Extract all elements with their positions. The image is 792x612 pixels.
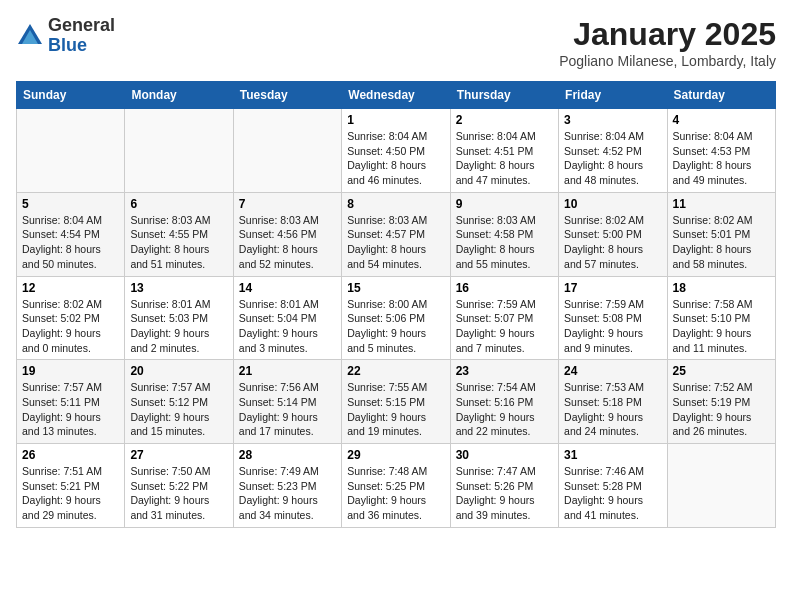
day-info: Sunrise: 7:53 AM Sunset: 5:18 PM Dayligh… <box>564 380 661 439</box>
day-number: 29 <box>347 448 444 462</box>
day-number: 14 <box>239 281 336 295</box>
day-number: 1 <box>347 113 444 127</box>
day-number: 15 <box>347 281 444 295</box>
day-number: 25 <box>673 364 770 378</box>
calendar-cell: 16Sunrise: 7:59 AM Sunset: 5:07 PM Dayli… <box>450 276 558 360</box>
calendar-cell: 18Sunrise: 7:58 AM Sunset: 5:10 PM Dayli… <box>667 276 775 360</box>
logo: General Blue <box>16 16 115 56</box>
day-info: Sunrise: 7:55 AM Sunset: 5:15 PM Dayligh… <box>347 380 444 439</box>
day-number: 23 <box>456 364 553 378</box>
day-number: 4 <box>673 113 770 127</box>
weekday-sunday: Sunday <box>17 82 125 109</box>
weekday-thursday: Thursday <box>450 82 558 109</box>
calendar-cell: 1Sunrise: 8:04 AM Sunset: 4:50 PM Daylig… <box>342 109 450 193</box>
calendar-cell: 24Sunrise: 7:53 AM Sunset: 5:18 PM Dayli… <box>559 360 667 444</box>
weekday-tuesday: Tuesday <box>233 82 341 109</box>
day-info: Sunrise: 8:04 AM Sunset: 4:54 PM Dayligh… <box>22 213 119 272</box>
calendar: SundayMondayTuesdayWednesdayThursdayFrid… <box>16 81 776 528</box>
day-info: Sunrise: 8:03 AM Sunset: 4:56 PM Dayligh… <box>239 213 336 272</box>
weekday-monday: Monday <box>125 82 233 109</box>
calendar-cell: 31Sunrise: 7:46 AM Sunset: 5:28 PM Dayli… <box>559 444 667 528</box>
day-info: Sunrise: 8:04 AM Sunset: 4:53 PM Dayligh… <box>673 129 770 188</box>
title-block: January 2025 Pogliano Milanese, Lombardy… <box>559 16 776 69</box>
calendar-cell: 19Sunrise: 7:57 AM Sunset: 5:11 PM Dayli… <box>17 360 125 444</box>
day-info: Sunrise: 8:01 AM Sunset: 5:04 PM Dayligh… <box>239 297 336 356</box>
calendar-cell: 4Sunrise: 8:04 AM Sunset: 4:53 PM Daylig… <box>667 109 775 193</box>
day-info: Sunrise: 8:04 AM Sunset: 4:52 PM Dayligh… <box>564 129 661 188</box>
day-number: 3 <box>564 113 661 127</box>
week-row-4: 19Sunrise: 7:57 AM Sunset: 5:11 PM Dayli… <box>17 360 776 444</box>
day-number: 9 <box>456 197 553 211</box>
calendar-cell: 12Sunrise: 8:02 AM Sunset: 5:02 PM Dayli… <box>17 276 125 360</box>
calendar-cell: 30Sunrise: 7:47 AM Sunset: 5:26 PM Dayli… <box>450 444 558 528</box>
location: Pogliano Milanese, Lombardy, Italy <box>559 53 776 69</box>
calendar-cell: 5Sunrise: 8:04 AM Sunset: 4:54 PM Daylig… <box>17 192 125 276</box>
calendar-cell: 28Sunrise: 7:49 AM Sunset: 5:23 PM Dayli… <box>233 444 341 528</box>
day-info: Sunrise: 8:00 AM Sunset: 5:06 PM Dayligh… <box>347 297 444 356</box>
week-row-2: 5Sunrise: 8:04 AM Sunset: 4:54 PM Daylig… <box>17 192 776 276</box>
calendar-cell: 10Sunrise: 8:02 AM Sunset: 5:00 PM Dayli… <box>559 192 667 276</box>
day-info: Sunrise: 7:54 AM Sunset: 5:16 PM Dayligh… <box>456 380 553 439</box>
day-number: 16 <box>456 281 553 295</box>
weekday-saturday: Saturday <box>667 82 775 109</box>
weekday-wednesday: Wednesday <box>342 82 450 109</box>
week-row-3: 12Sunrise: 8:02 AM Sunset: 5:02 PM Dayli… <box>17 276 776 360</box>
day-info: Sunrise: 7:56 AM Sunset: 5:14 PM Dayligh… <box>239 380 336 439</box>
day-info: Sunrise: 8:03 AM Sunset: 4:55 PM Dayligh… <box>130 213 227 272</box>
day-info: Sunrise: 7:48 AM Sunset: 5:25 PM Dayligh… <box>347 464 444 523</box>
day-number: 21 <box>239 364 336 378</box>
calendar-body: 1Sunrise: 8:04 AM Sunset: 4:50 PM Daylig… <box>17 109 776 528</box>
day-number: 28 <box>239 448 336 462</box>
day-info: Sunrise: 7:50 AM Sunset: 5:22 PM Dayligh… <box>130 464 227 523</box>
day-number: 11 <box>673 197 770 211</box>
day-number: 10 <box>564 197 661 211</box>
day-number: 7 <box>239 197 336 211</box>
day-info: Sunrise: 8:01 AM Sunset: 5:03 PM Dayligh… <box>130 297 227 356</box>
day-number: 6 <box>130 197 227 211</box>
day-info: Sunrise: 7:46 AM Sunset: 5:28 PM Dayligh… <box>564 464 661 523</box>
calendar-cell: 17Sunrise: 7:59 AM Sunset: 5:08 PM Dayli… <box>559 276 667 360</box>
day-number: 24 <box>564 364 661 378</box>
day-info: Sunrise: 8:04 AM Sunset: 4:50 PM Dayligh… <box>347 129 444 188</box>
calendar-cell: 20Sunrise: 7:57 AM Sunset: 5:12 PM Dayli… <box>125 360 233 444</box>
day-number: 12 <box>22 281 119 295</box>
day-info: Sunrise: 7:58 AM Sunset: 5:10 PM Dayligh… <box>673 297 770 356</box>
day-number: 27 <box>130 448 227 462</box>
day-number: 17 <box>564 281 661 295</box>
day-number: 18 <box>673 281 770 295</box>
day-number: 5 <box>22 197 119 211</box>
day-number: 13 <box>130 281 227 295</box>
week-row-1: 1Sunrise: 8:04 AM Sunset: 4:50 PM Daylig… <box>17 109 776 193</box>
calendar-cell <box>667 444 775 528</box>
logo-text: General Blue <box>48 16 115 56</box>
day-info: Sunrise: 7:57 AM Sunset: 5:12 PM Dayligh… <box>130 380 227 439</box>
calendar-cell <box>17 109 125 193</box>
day-info: Sunrise: 7:52 AM Sunset: 5:19 PM Dayligh… <box>673 380 770 439</box>
weekday-friday: Friday <box>559 82 667 109</box>
calendar-cell: 21Sunrise: 7:56 AM Sunset: 5:14 PM Dayli… <box>233 360 341 444</box>
day-info: Sunrise: 8:03 AM Sunset: 4:58 PM Dayligh… <box>456 213 553 272</box>
calendar-cell: 14Sunrise: 8:01 AM Sunset: 5:04 PM Dayli… <box>233 276 341 360</box>
day-info: Sunrise: 7:59 AM Sunset: 5:08 PM Dayligh… <box>564 297 661 356</box>
day-info: Sunrise: 8:02 AM Sunset: 5:01 PM Dayligh… <box>673 213 770 272</box>
logo-icon <box>16 22 44 50</box>
calendar-cell: 6Sunrise: 8:03 AM Sunset: 4:55 PM Daylig… <box>125 192 233 276</box>
month-title: January 2025 <box>559 16 776 53</box>
day-number: 31 <box>564 448 661 462</box>
calendar-cell: 3Sunrise: 8:04 AM Sunset: 4:52 PM Daylig… <box>559 109 667 193</box>
calendar-cell: 9Sunrise: 8:03 AM Sunset: 4:58 PM Daylig… <box>450 192 558 276</box>
calendar-cell: 29Sunrise: 7:48 AM Sunset: 5:25 PM Dayli… <box>342 444 450 528</box>
calendar-cell: 8Sunrise: 8:03 AM Sunset: 4:57 PM Daylig… <box>342 192 450 276</box>
calendar-cell: 13Sunrise: 8:01 AM Sunset: 5:03 PM Dayli… <box>125 276 233 360</box>
day-number: 2 <box>456 113 553 127</box>
calendar-cell <box>233 109 341 193</box>
day-info: Sunrise: 8:04 AM Sunset: 4:51 PM Dayligh… <box>456 129 553 188</box>
day-number: 20 <box>130 364 227 378</box>
day-info: Sunrise: 7:59 AM Sunset: 5:07 PM Dayligh… <box>456 297 553 356</box>
day-number: 22 <box>347 364 444 378</box>
weekday-header: SundayMondayTuesdayWednesdayThursdayFrid… <box>17 82 776 109</box>
page-header: General Blue January 2025 Pogliano Milan… <box>16 16 776 69</box>
day-number: 19 <box>22 364 119 378</box>
day-number: 8 <box>347 197 444 211</box>
calendar-cell: 26Sunrise: 7:51 AM Sunset: 5:21 PM Dayli… <box>17 444 125 528</box>
